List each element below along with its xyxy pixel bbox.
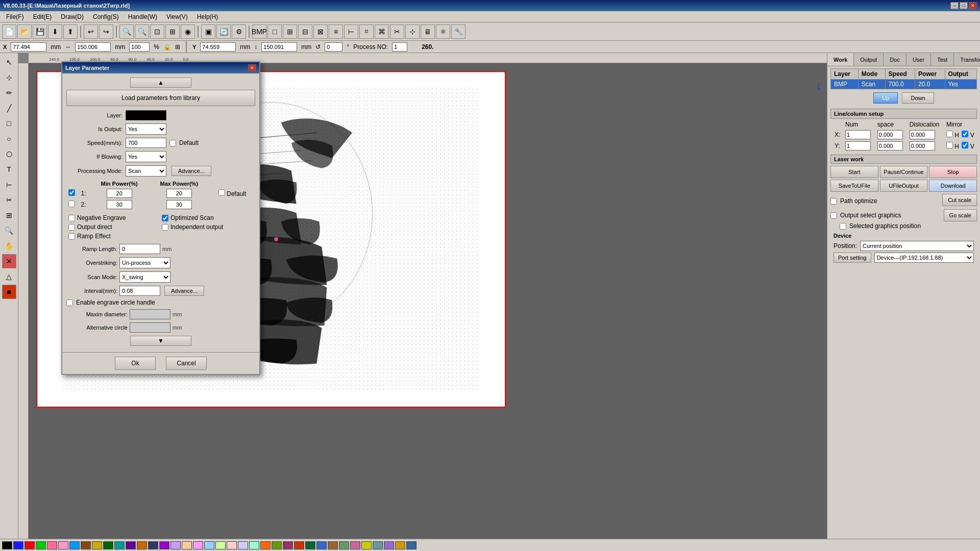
stop-button[interactable]: Stop [929,166,977,178]
ok-button[interactable]: Ok [115,357,156,370]
rotate-button[interactable]: 🔄 [216,24,231,39]
up-button[interactable]: Up [873,92,898,104]
color-swatch[interactable] [13,541,23,549]
minimize-button[interactable]: ─ [950,2,959,9]
scroll-up-button[interactable]: ▲ [130,78,191,88]
path-optimize-checkbox[interactable] [830,198,837,205]
color-swatch[interactable] [193,541,203,549]
lc-v-checkbox[interactable] [962,131,968,137]
menu-help[interactable]: Help(H) [193,12,222,21]
zoom-out-button[interactable]: 🔍 [135,24,149,39]
bmp-button[interactable]: BMP [252,24,266,39]
go-scale-button[interactable]: Go scale [944,209,977,221]
menu-config[interactable]: Config(S) [89,12,123,21]
start-button[interactable]: Start [830,166,878,178]
processing-mode-select[interactable]: Scan Cut [126,165,166,177]
save-to-file-button[interactable]: SaveToUFile [830,180,878,192]
zoom-in-button[interactable]: 🔍 [119,24,134,39]
pause-continue-button[interactable]: Pause/Continue [880,166,928,178]
color-swatch[interactable] [92,541,102,549]
grid-tool[interactable]: ⊞ [2,208,16,222]
menu-view[interactable]: View(V) [162,12,192,21]
color-swatch[interactable] [148,541,158,549]
rotation-input[interactable] [325,42,342,52]
color-swatch[interactable] [350,541,360,549]
scroll-down-button[interactable]: ▼ [130,336,191,346]
power-row2-check-cell[interactable] [66,199,77,210]
y-input[interactable] [200,42,236,52]
rect-tool[interactable]: □ [2,116,16,131]
power-row2-min-input[interactable] [107,200,132,209]
zoom-fit-button[interactable]: ⊡ [150,24,164,39]
lc-y-disl-input[interactable] [910,141,935,151]
ufile-output-button[interactable]: UFileOutput [880,180,928,192]
select-tool[interactable]: ↖ [2,55,16,69]
lc-x-space-cell[interactable] [875,129,908,140]
tool2[interactable]: ⌗ [359,24,374,39]
down-button[interactable]: Down [902,92,934,104]
close-button[interactable]: ✕ [969,2,977,9]
color-swatch[interactable] [238,541,248,549]
width-input[interactable] [75,42,111,52]
color-swatch[interactable] [36,541,46,549]
maxim-diam-input[interactable] [130,309,170,319]
color-swatch[interactable] [2,541,12,549]
color-swatch[interactable] [215,541,226,549]
polygon-tool[interactable]: ⬡ [2,147,16,161]
color-swatch[interactable] [339,541,349,549]
color-swatch[interactable] [69,541,80,549]
preview-button[interactable]: 🖥 [421,24,435,39]
redo-button[interactable]: ↪ [99,24,113,39]
device-select[interactable]: Device---(IP:192.168.1.88) [874,253,974,263]
lc-y-space-input[interactable] [877,141,903,151]
height-input[interactable] [261,42,297,52]
overstriking-select[interactable]: Un-process Process [119,257,170,268]
color-swatch[interactable] [47,541,57,549]
color-swatch[interactable] [283,541,293,549]
tool7[interactable]: 🔧 [451,24,465,39]
power-row1-checkbox[interactable] [68,189,75,196]
output-direct-checkbox[interactable] [68,224,75,231]
tool4[interactable]: ✂ [390,24,404,39]
lc-h-checkbox[interactable] [946,131,953,137]
measure-tool[interactable]: ⊢ [2,178,16,192]
alt-circle-input[interactable] [130,322,170,333]
table-row[interactable]: BMP Scan 700.0 20.0 Yes [831,80,977,89]
tab-doc[interactable]: Doc [884,53,906,66]
color-swatch[interactable] [24,541,35,549]
scan-mode-select[interactable]: X_swing Y_swing [119,271,170,283]
color-swatch[interactable] [81,541,91,549]
power-row1-max-cell[interactable] [149,188,209,199]
scale-input[interactable] [129,42,150,52]
if-blowing-select[interactable]: Yes No [126,151,166,162]
menu-draw[interactable]: Draw(D) [57,12,88,21]
color-swatch[interactable] [58,541,68,549]
pencil-tool[interactable]: ✏ [2,86,16,100]
select-button[interactable]: ▣ [201,24,215,39]
x-input[interactable] [11,42,46,52]
tab-test[interactable]: Test [931,53,954,66]
tool3[interactable]: ⌘ [375,24,389,39]
power-row2-min-cell[interactable] [90,199,149,210]
align5[interactable]: ⊢ [344,24,358,39]
color-swatch[interactable] [182,541,192,549]
hand-tool[interactable]: ✋ [2,239,16,253]
enable-engrave-checkbox[interactable] [66,299,73,306]
node-tool[interactable]: ⊹ [2,70,16,85]
tool6[interactable]: ⚛ [436,24,450,39]
cancel-button[interactable]: Cancel [166,357,207,370]
align1[interactable]: ⊞ [283,24,297,39]
load-params-button[interactable]: Load parameters from library [66,90,255,106]
default-speed-checkbox[interactable] [169,140,176,146]
color-swatch[interactable] [159,541,169,549]
color-swatch[interactable] [384,541,394,549]
download-button[interactable]: Download [929,180,977,192]
negative-engrave-checkbox[interactable] [68,215,75,221]
open-button[interactable]: 📂 [17,24,32,39]
power-row2-max-cell[interactable] [149,199,209,210]
color-tool[interactable]: ■ [2,285,16,299]
tool1[interactable]: ⚙ [232,24,246,39]
lc-x-num-input[interactable] [845,130,871,139]
color-swatch[interactable] [114,541,125,549]
color-swatch[interactable] [328,541,338,549]
